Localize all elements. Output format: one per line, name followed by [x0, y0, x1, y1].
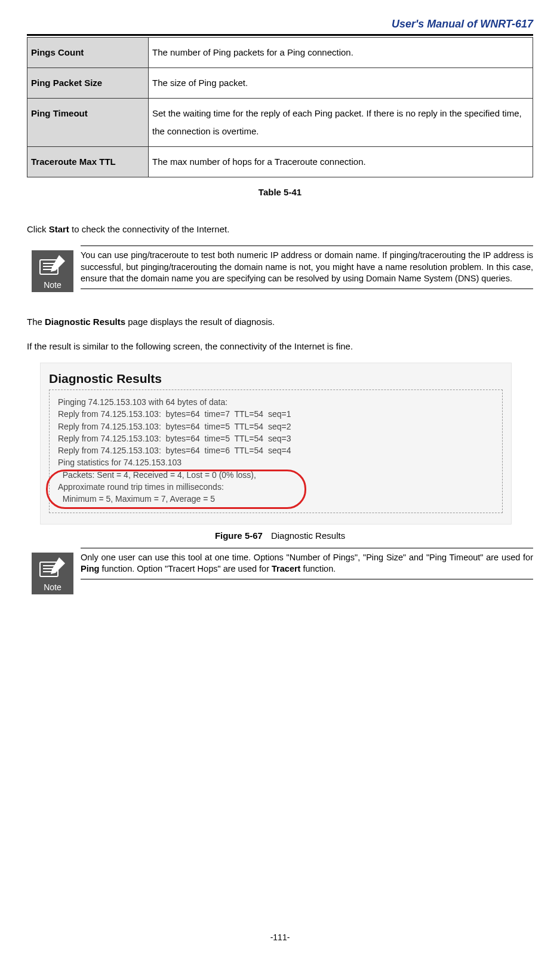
start-instruction: Click Start to check the connectivity of… [27, 221, 533, 237]
note-icon: Note [32, 553, 73, 594]
table-row: Ping Timeout Set the waiting time for th… [27, 99, 533, 147]
param-desc: The max number of hops for a Traceroute … [149, 147, 533, 177]
diag-line: Packets: Sent = 4, Received = 4, Lost = … [58, 469, 496, 481]
figure-caption-text: Diagnostic Results [271, 530, 345, 541]
note-label: Note [44, 582, 61, 594]
note-rule-bottom [81, 289, 533, 289]
diagnostic-output-panel: Pinging 74.125.153.103 with 64 bytes of … [49, 389, 503, 513]
diagnostic-results-figure: Diagnostic Results Pinging 74.125.153.10… [40, 363, 512, 524]
text: page displays the result of diagnosis. [125, 317, 275, 327]
param-label: Ping Packet Size [27, 68, 149, 99]
note-rule-bottom [81, 579, 533, 579]
diag-line: Pinging 74.125.153.103 with 64 bytes of … [58, 396, 496, 408]
text: to check the connectivity of the Interne… [69, 224, 229, 234]
diagnostic-intro-1: The Diagnostic Results page displays the… [27, 314, 533, 330]
note-block: Note Only one user can use this tool at … [32, 548, 533, 594]
text: function. [300, 564, 336, 573]
figure-number: Figure 5-67 [215, 530, 263, 541]
table-row: Ping Packet Size The size of Ping packet… [27, 68, 533, 99]
diag-line: Reply from 74.125.153.103: bytes=64 time… [58, 444, 496, 456]
table-row: Traceroute Max TTL The max number of hop… [27, 147, 533, 177]
text-bold: Diagnostic Results [45, 317, 125, 327]
table-caption: Table 5-41 [27, 187, 533, 197]
text-bold: Tracert [272, 564, 300, 573]
param-label: Traceroute Max TTL [27, 147, 149, 177]
diag-line: Minimum = 5, Maximum = 7, Average = 5 [58, 493, 496, 505]
parameter-table: Pings Count The number of Ping packets f… [27, 37, 533, 177]
table-row: Pings Count The number of Ping packets f… [27, 38, 533, 68]
text-bold: Ping [81, 564, 99, 573]
diag-line: Reply from 74.125.153.103: bytes=64 time… [58, 408, 496, 420]
text: Only one user can use this tool at one t… [81, 553, 533, 562]
page-header-title: User's Manual of WNRT-617 [27, 12, 533, 34]
text: The [27, 317, 45, 327]
notepad-icon [38, 556, 67, 580]
page-number: -111- [0, 932, 560, 942]
figure-caption: Figure 5-67Diagnostic Results [27, 530, 533, 541]
text: function. Option "Tracert Hops" are used… [99, 564, 272, 573]
note-label: Note [44, 280, 61, 292]
diag-line: Approximate round trip times in millisec… [58, 481, 496, 493]
param-label: Pings Count [27, 38, 149, 68]
note-block: Note You can use ping/traceroute to test… [32, 246, 533, 292]
diag-line: Reply from 74.125.153.103: bytes=64 time… [58, 421, 496, 432]
param-desc: The size of Ping packet. [149, 68, 533, 99]
note-text: You can use ping/traceroute to test both… [81, 246, 533, 289]
notepad-icon [38, 254, 67, 278]
diagnostic-intro-2: If the result is similar to the followin… [27, 338, 533, 354]
diag-line: Reply from 74.125.153.103: bytes=64 time… [58, 432, 496, 444]
diag-line: Ping statistics for 74.125.153.103 [58, 456, 496, 468]
text: Click [27, 224, 49, 234]
header-rule [27, 34, 533, 36]
param-desc: The number of Ping packets for a Ping co… [149, 38, 533, 68]
param-desc: Set the waiting time for the reply of ea… [149, 99, 533, 147]
note-text: Only one user can use this tool at one t… [81, 548, 533, 579]
start-bold: Start [49, 224, 69, 234]
param-label: Ping Timeout [27, 99, 149, 147]
diagnostic-title: Diagnostic Results [49, 372, 503, 386]
note-icon: Note [32, 250, 73, 292]
